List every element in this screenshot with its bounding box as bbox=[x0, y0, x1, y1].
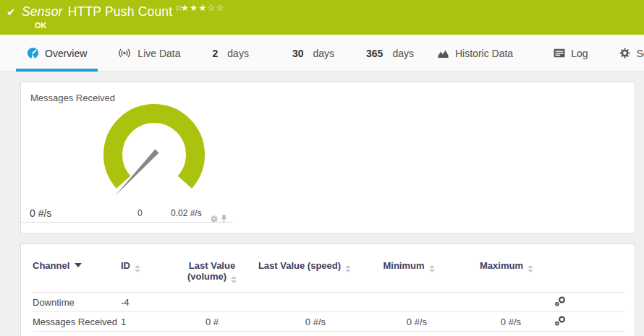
sensor-kind-label: Sensor bbox=[22, 4, 63, 19]
tab-label: days bbox=[227, 48, 249, 59]
tab-label: days bbox=[313, 48, 334, 59]
gauge-arc bbox=[113, 113, 195, 182]
col-header-actions bbox=[554, 244, 582, 293]
cell-id: -4 bbox=[121, 293, 173, 312]
col-header-label: Maximum bbox=[480, 260, 523, 271]
col-header-maximum[interactable]: Maximum bbox=[459, 244, 554, 293]
tab-30-days[interactable]: 30 days bbox=[281, 35, 345, 72]
tab-2-days[interactable]: 2 days bbox=[202, 35, 260, 72]
col-header-minimum[interactable]: Minimum bbox=[358, 244, 459, 293]
tab-overview[interactable]: Overview bbox=[16, 35, 98, 72]
cell-channel[interactable]: Downtime bbox=[33, 293, 121, 312]
sensor-name: HTTP Push Count bbox=[68, 4, 173, 19]
cell-minimum bbox=[358, 293, 459, 312]
col-header-spacer bbox=[582, 244, 624, 293]
sensor-title: SensorHTTP Push Count⚐ bbox=[22, 4, 182, 20]
historic-chart-icon bbox=[437, 48, 449, 59]
tile-gear-icon[interactable] bbox=[211, 215, 218, 223]
cell-spacer bbox=[582, 293, 624, 312]
tab-label: Live Data bbox=[137, 48, 180, 59]
tab-365-days[interactable]: 365 days bbox=[355, 35, 425, 72]
tab-number: 30 bbox=[292, 48, 304, 59]
tab-settings[interactable]: Settings bbox=[609, 35, 644, 72]
tab-bar: Overview Live Data 2 days 30 days 365 da… bbox=[0, 35, 644, 72]
cell-minimum: 0 #/s bbox=[358, 312, 459, 332]
priority-stars[interactable]: ★★★☆☆ bbox=[181, 3, 225, 13]
gauge-chart bbox=[100, 104, 208, 202]
sort-icon bbox=[429, 265, 435, 272]
gauge-current-value: 0 #/s bbox=[30, 207, 51, 219]
status-ok-check-icon: ✔ bbox=[7, 6, 16, 19]
cell-last-value-speed: 0 #/s bbox=[251, 312, 358, 332]
live-data-icon bbox=[117, 48, 132, 59]
gauge-channel-title: Messages Received bbox=[30, 92, 115, 103]
cell-spacer bbox=[582, 312, 624, 332]
col-header-label: ID bbox=[121, 260, 130, 271]
col-header-last-value-volume[interactable]: Last Value (volume) bbox=[173, 244, 251, 293]
channels-table: Channel ID Last Value (volume) Last Valu… bbox=[33, 244, 624, 332]
sensor-status-badge: OK bbox=[35, 21, 47, 30]
edit-channel-gears-icon[interactable] bbox=[554, 296, 567, 309]
gauge-icon bbox=[27, 47, 39, 59]
tab-label: Log bbox=[571, 48, 588, 59]
tab-number: 2 bbox=[213, 48, 219, 59]
col-header-label: Last Value (speed) bbox=[258, 260, 341, 271]
sort-icon bbox=[528, 265, 533, 272]
sort-icon bbox=[231, 276, 237, 283]
tab-label: Overview bbox=[45, 48, 87, 59]
cell-channel[interactable]: Messages Received bbox=[33, 312, 121, 332]
col-header-label: Minimum bbox=[383, 260, 424, 271]
gauge-tile-tools bbox=[211, 215, 227, 223]
gauge-tile: Messages Received 0 #/s 0 0.02 #/s bbox=[21, 82, 233, 223]
gauge-scale-max: 0.02 #/s bbox=[171, 208, 202, 218]
col-header-last-value-speed[interactable]: Last Value (speed) bbox=[251, 244, 358, 293]
col-header-label: Last Value (volume) bbox=[187, 260, 235, 282]
tab-log[interactable]: Log bbox=[543, 35, 598, 72]
col-header-channel[interactable]: Channel bbox=[33, 244, 121, 293]
tile-pin-icon[interactable] bbox=[221, 215, 227, 223]
sensor-header: ✔ SensorHTTP Push Count⚐ ★★★☆☆ OK bbox=[0, 0, 644, 35]
sort-desc-icon bbox=[75, 263, 82, 267]
col-header-label: Channel bbox=[33, 260, 69, 271]
cell-actions bbox=[554, 312, 582, 332]
table-header-row: Channel ID Last Value (volume) Last Valu… bbox=[33, 244, 624, 293]
gauge-scale-min: 0 bbox=[137, 208, 143, 218]
tab-historic-data[interactable]: Historic Data bbox=[426, 35, 524, 72]
cell-id: 1 bbox=[121, 312, 173, 332]
tab-label: days bbox=[392, 48, 414, 59]
edit-channel-gears-icon[interactable] bbox=[554, 315, 567, 329]
sort-icon bbox=[135, 265, 140, 272]
log-list-icon bbox=[554, 48, 565, 58]
table-row: Messages Received 1 0 # 0 #/s 0 #/s 0 #/… bbox=[33, 312, 624, 332]
cell-maximum: 0 #/s bbox=[459, 312, 554, 332]
sort-icon bbox=[345, 265, 351, 272]
col-header-id[interactable]: ID bbox=[121, 244, 173, 293]
tab-number: 365 bbox=[366, 48, 383, 59]
tab-label: Settings bbox=[636, 48, 644, 59]
gear-icon bbox=[619, 48, 630, 59]
overview-panel: Messages Received 0 #/s 0 0.02 #/s bbox=[20, 82, 635, 234]
table-row: Downtime -4 bbox=[33, 293, 624, 312]
cell-maximum bbox=[459, 293, 554, 312]
tab-live-data[interactable]: Live Data bbox=[106, 35, 191, 72]
channels-panel: Channel ID Last Value (volume) Last Valu… bbox=[20, 244, 635, 336]
cell-last-value-speed bbox=[251, 293, 358, 312]
cell-actions bbox=[554, 293, 582, 312]
cell-last-value-volume bbox=[173, 293, 251, 312]
cell-last-value-volume: 0 # bbox=[173, 312, 251, 332]
tab-label: Historic Data bbox=[455, 48, 513, 59]
